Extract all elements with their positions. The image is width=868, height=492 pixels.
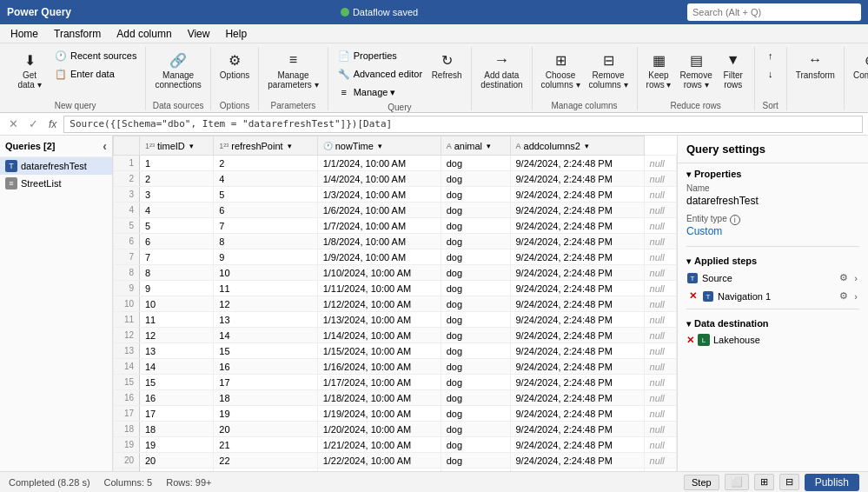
- remove-rows-button[interactable]: ▤ Removerows ▾: [676, 47, 715, 92]
- table-cell: 9/24/2024, 2:24:48 PM: [510, 156, 644, 171]
- table-cell: 17: [140, 406, 214, 422]
- query-item-streetlist[interactable]: ≡ StreetList: [0, 175, 112, 192]
- combine-button[interactable]: ⊕ Combine: [850, 47, 868, 83]
- menu-view[interactable]: View: [181, 26, 217, 42]
- step-icon-button[interactable]: ⬜: [725, 474, 749, 490]
- table-cell: dog: [441, 156, 510, 171]
- table-cell-null: null: [644, 218, 676, 234]
- get-data-button[interactable]: ⬇ Getdata ▾: [10, 47, 49, 92]
- formula-check-icon[interactable]: ✓: [25, 117, 42, 130]
- row-number: 4: [114, 203, 140, 218]
- keep-rows-button[interactable]: ▦ Keeprows ▾: [643, 47, 675, 92]
- remove-columns-button[interactable]: ⊟ Removecolumns ▾: [586, 47, 632, 92]
- table-cell: 1/8/2024, 10:00 AM: [317, 234, 441, 249]
- enter-data-button[interactable]: 📋 Enter data: [50, 65, 140, 83]
- table-cell: 1/4/2024, 10:00 AM: [317, 171, 441, 187]
- step-source-nav-button[interactable]: ›: [852, 271, 859, 284]
- applied-steps-header[interactable]: ▾ Applied steps: [678, 250, 868, 269]
- table-cell-null: null: [644, 312, 676, 328]
- table-cell: 9/24/2024, 2:24:48 PM: [510, 359, 644, 375]
- row-number: 20: [114, 453, 140, 469]
- transform-button[interactable]: ↔ Transform: [792, 47, 838, 83]
- filter-rows-button[interactable]: ▼ Filterrows: [718, 47, 749, 92]
- table-cell: dog: [441, 203, 510, 218]
- properties-section-header[interactable]: ▾ Properties: [678, 163, 868, 182]
- formula-input[interactable]: [63, 116, 863, 133]
- choose-columns-button[interactable]: ⊞ Choosecolumns ▾: [538, 47, 584, 92]
- step-source[interactable]: T Source ⚙ ›: [678, 269, 868, 287]
- table-cell: 9/24/2024, 2:24:48 PM: [510, 218, 644, 234]
- ribbon-group-sort-content: ↑ ↓: [760, 47, 781, 99]
- menu-home[interactable]: Home: [3, 26, 45, 42]
- table-cell: 1/17/2024, 10:00 AM: [317, 375, 441, 390]
- advanced-editor-button[interactable]: 🔧 Advanced editor: [334, 65, 427, 83]
- col-header-addcolumns2[interactable]: Aaddcolumns2▾: [510, 136, 644, 156]
- ribbon-group-query: 📄 Properties 🔧 Advanced editor ≡ Manage …: [328, 47, 473, 110]
- table-row: 7791/9/2024, 10:00 AMdog9/24/2024, 2:24:…: [114, 249, 677, 265]
- ribbon-group-transform-content: ↔ Transform: [792, 47, 838, 109]
- row-number: 3: [114, 187, 140, 203]
- table-cell-null: null: [644, 422, 676, 437]
- col-header-timeid[interactable]: 1²³timeID▾: [140, 136, 214, 156]
- table-cell: dog: [441, 312, 510, 328]
- queries-collapse-button[interactable]: ‹: [103, 139, 107, 153]
- step-navigation1[interactable]: ✕ T Navigation 1 ⚙ ›: [678, 287, 868, 305]
- ribbon-col-query: 📄 Properties 🔧 Advanced editor ≡ Manage …: [334, 47, 427, 101]
- destination-remove-button[interactable]: ✕: [686, 335, 694, 346]
- table-cell: 1/16/2024, 10:00 AM: [317, 359, 441, 375]
- sort-desc-button[interactable]: ↓: [760, 65, 781, 83]
- table-cell: 1/3/2024, 10:00 AM: [317, 187, 441, 203]
- row-number: 17: [114, 406, 140, 422]
- options-button[interactable]: ⚙ Options: [216, 47, 253, 83]
- table-cell: 13: [214, 312, 317, 328]
- ribbon-group-sort: ↑ ↓ Sort: [755, 47, 787, 110]
- step-source-gear-button[interactable]: ⚙: [838, 271, 850, 284]
- step-navigation1-nav-button[interactable]: ›: [852, 289, 859, 303]
- data-destination-chevron-icon: ▾: [686, 319, 691, 329]
- manage-connections-button[interactable]: 🔗 Manageconnections: [151, 47, 204, 92]
- properties-button[interactable]: 📄 Properties: [334, 47, 427, 64]
- step-settings-button[interactable]: ⊟: [779, 474, 799, 490]
- refresh-button[interactable]: ↻ Refresh: [427, 47, 466, 83]
- entity-type-info-icon[interactable]: i: [730, 215, 740, 225]
- data-destination-header[interactable]: ▾ Data destination: [678, 313, 868, 331]
- step-navigation1-gear-button[interactable]: ⚙: [838, 289, 850, 303]
- menu-help[interactable]: Help: [218, 26, 254, 42]
- step-table-button[interactable]: ⊞: [754, 474, 774, 490]
- col-header-nowtime[interactable]: 🕐nowTime▾: [317, 136, 441, 156]
- table-cell: 7: [140, 249, 214, 265]
- add-data-destination-button[interactable]: → Add datadestination: [477, 47, 526, 92]
- search-input[interactable]: [687, 3, 861, 21]
- table-cell: 12: [140, 328, 214, 343]
- ribbon-group-destination-content: → Add datadestination: [477, 47, 526, 109]
- svg-text:T: T: [706, 293, 711, 301]
- table-cell: 9/24/2024, 2:24:48 PM: [510, 234, 644, 249]
- table-row: 2020221/22/2024, 10:00 AMdog9/24/2024, 2…: [114, 453, 677, 469]
- menu-transform[interactable]: Transform: [47, 26, 108, 42]
- recent-sources-button[interactable]: 🕐 Recent sources: [50, 47, 140, 64]
- ribbon-group-transform: ↔ Transform: [787, 47, 845, 110]
- table-cell: 1/10/2024, 10:00 AM: [317, 265, 441, 281]
- formula-close-icon[interactable]: ✕: [5, 117, 22, 130]
- menu-add-column[interactable]: Add column: [109, 26, 178, 42]
- sort-asc-button[interactable]: ↑: [760, 47, 781, 64]
- table-cell: 14: [140, 359, 214, 375]
- grid-container[interactable]: 1²³timeID▾ 1²³refreshPoint▾ 🕐nowTime▾ Aa…: [113, 136, 677, 471]
- svg-text:T: T: [691, 275, 695, 283]
- table-cell: 9/24/2024, 2:24:48 PM: [510, 437, 644, 453]
- table-cell: 1/21/2024, 10:00 AM: [317, 437, 441, 453]
- properties-icon: 📄: [337, 49, 351, 63]
- col-header-animal[interactable]: Aanimal▾: [441, 136, 510, 156]
- col-header-refreshpoint[interactable]: 1²³refreshPoint▾: [214, 136, 317, 156]
- manage-parameters-button[interactable]: ≡ Manageparameters ▾: [264, 47, 321, 92]
- entity-type-link[interactable]: Custom: [686, 225, 859, 237]
- publish-button[interactable]: Publish: [805, 474, 859, 491]
- step-button[interactable]: Step: [684, 475, 719, 490]
- table-cell: dog: [441, 171, 510, 187]
- ribbon-group-query-label: Query: [388, 103, 411, 112]
- manage-button[interactable]: ≡ Manage ▾: [334, 83, 427, 101]
- table-cell-null: null: [644, 281, 676, 296]
- query-item-datarefreshtest[interactable]: T datarefreshTest: [0, 157, 112, 175]
- table-cell: dog: [441, 234, 510, 249]
- table-cell: 9/24/2024, 2:24:48 PM: [510, 187, 644, 203]
